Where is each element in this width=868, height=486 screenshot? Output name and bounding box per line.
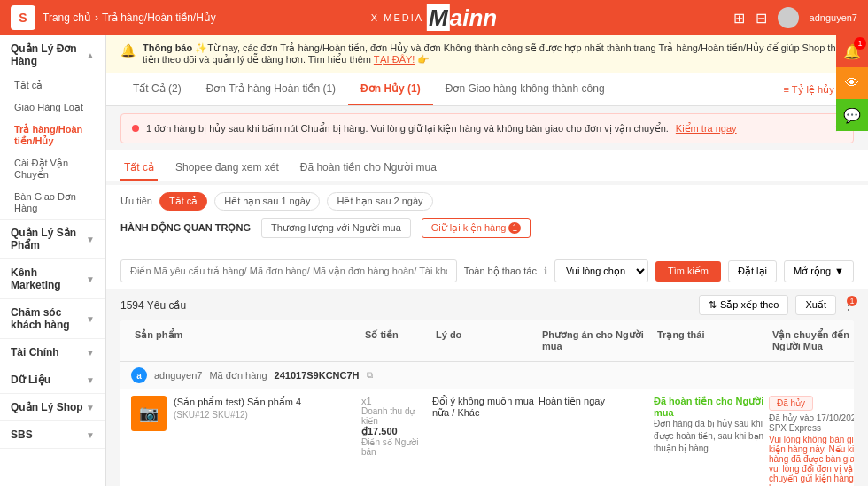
- notification-icon: 🔔: [120, 43, 136, 58]
- book-icon[interactable]: ⊟: [756, 10, 767, 27]
- results-count: 1594 Yêu cầu: [120, 299, 186, 312]
- sidebar-section-shopmanage: Quản Lý Shop ▼: [0, 394, 105, 421]
- sidebar-item-tatca[interactable]: Tất cả: [0, 74, 105, 96]
- results-section: 1594 Yêu cầu ⇅ Sắp xếp theo Xuất ⋮ 1 Sả: [106, 289, 868, 486]
- search-input[interactable]: [120, 259, 457, 282]
- sidebar-header-sbs[interactable]: SBS ▼: [0, 421, 105, 448]
- product-cell-1: 📷 (Sản phẩm test) Sản phẩm 4 (SKU#12 SKU…: [131, 396, 361, 431]
- notification-text: ✨Từ nay, các đơn Trả hàng/Hoàn tiền, đơn…: [143, 42, 853, 65]
- more-options[interactable]: ⋮ 1: [843, 299, 854, 312]
- shipping-buyer-cell-1: Đã hủy Đã hủy vào 17/10/2024 SPX Express…: [769, 396, 854, 486]
- breadcrumb: Trang chủ › Trả hàng/Hoàn tiền/Hủy: [43, 12, 216, 24]
- sidebar-item-bangiao[interactable]: Bàn Giao Đơn Hàng: [0, 186, 105, 219]
- amount-detail-1: Doanh thu dự kiến: [361, 406, 432, 426]
- sidebar-header-shopmanage[interactable]: Quản Lý Shop ▼: [0, 394, 105, 420]
- notification-emoji: 👉: [417, 54, 430, 65]
- camera-icon: 📷: [139, 404, 159, 423]
- expand-button[interactable]: Mở rộng ▼: [784, 260, 854, 282]
- status-badge-1: Đã hoàn tiền cho Người mua: [654, 396, 769, 418]
- main-tabs: Tất Cả (2) Đơn Trả hàng Hoàn tiền (1) Đơ…: [120, 73, 617, 105]
- sidebar-section-products: Quản Lý Sản Phẩm ▼: [0, 220, 105, 259]
- order-id-label: Mã đơn hàng: [209, 370, 267, 382]
- thuong-luong-btn[interactable]: Thương lượng với Người mua: [261, 218, 411, 238]
- search-area: Toàn bộ thao tác ℹ Vui lòng chọn Tìm kiế…: [106, 252, 868, 289]
- tab-khongtc[interactable]: Đơn Giao hàng không thành công: [433, 73, 617, 105]
- more-badge: 1: [847, 296, 857, 306]
- right-bell-icon[interactable]: 🔔 1: [836, 35, 868, 67]
- table-header-row: Sản phẩm Số tiền Lý do Phương án cho Ngư…: [120, 320, 854, 362]
- expand-chevron-icon: ▼: [834, 266, 844, 276]
- priority-btn-tatca[interactable]: Tất cả: [159, 192, 207, 211]
- priority-row: Ưu tiên Tất cả Hết hạn sau 1 ngày Hết hạ…: [120, 192, 854, 211]
- amount-sub-1: Điền số Người bán: [361, 437, 432, 457]
- sidebar-header-cskh[interactable]: Chăm sóc khách hàng ▼: [0, 299, 105, 338]
- solution-cell-1: Hoàn tiền ngay: [539, 396, 654, 407]
- alert-bar: 1 đơn hàng bị hủy sau khi bấm nút Chuẩn …: [120, 113, 854, 143]
- tab-donhuy[interactable]: Đơn Hủy (1): [348, 73, 433, 105]
- shipping-date-1: Đã hủy vào 17/10/2024: [769, 413, 854, 423]
- notification-bar: 🔔 Thông báo ✨Từ nay, các đơn Trả hàng/Ho…: [106, 35, 868, 73]
- reason-cell-1: Đổi ý không muốn mua nữa / Khác: [432, 396, 539, 419]
- alert-text: 1 đơn hàng bị hủy sau khi bấm nút Chuẩn …: [146, 123, 669, 135]
- product-image-1: 📷: [131, 396, 167, 431]
- order-group-1: a adnguyen7 Mã đơn hàng 241017S9KCNC7H ⧉…: [120, 362, 854, 486]
- notification-link[interactable]: TẠI ĐÂY!: [374, 54, 415, 65]
- cancel-status-1[interactable]: Đã hủy: [769, 396, 813, 411]
- giu-lai-btn[interactable]: Giữ lại kiện hàng 1: [422, 218, 531, 238]
- amount-1: ₫17.500: [361, 426, 432, 437]
- brand-name: Mainn: [427, 4, 497, 32]
- order-meta-1: a adnguyen7 Mã đơn hàng 241017S9KCNC7H ⧉: [120, 362, 854, 389]
- sub-tab-xemxet[interactable]: Shopee đang xem xét: [172, 156, 283, 181]
- priority-section: Ưu tiên Tất cả Hết hạn sau 1 ngày Hết hạ…: [106, 185, 868, 252]
- export-button[interactable]: Xuất: [795, 295, 836, 315]
- col-product: Sản phẩm: [131, 328, 361, 354]
- copy-icon-1[interactable]: ⧉: [367, 370, 373, 381]
- col-reason: Lý do: [432, 328, 539, 354]
- tab-tatca[interactable]: Tất Cả (2): [120, 73, 194, 105]
- sidebar-item-trahang[interactable]: Trả hàng/Hoàn tiền/Hủy: [0, 119, 105, 152]
- notification-content: Thông báo ✨Từ nay, các đơn Trả hàng/Hoàn…: [143, 42, 854, 66]
- top-header: S Trang chủ › Trả hàng/Hoàn tiền/Hủy X M…: [0, 0, 868, 35]
- sidebar-item-caidat[interactable]: Cài Đặt Vận Chuyển: [0, 152, 105, 186]
- col-ship-buyer: Vận chuyển đến Người Mua: [769, 328, 854, 354]
- order-user-1: adnguyen7: [154, 370, 202, 381]
- sidebar-header-products[interactable]: Quản Lý Sản Phẩm ▼: [0, 220, 105, 258]
- sub-tab-hoantien[interactable]: Đã hoàn tiền cho Người mua: [297, 156, 440, 181]
- sidebar-section-finance: Tài Chính ▼: [0, 339, 105, 366]
- alert-link[interactable]: Kiểm tra ngay: [676, 123, 737, 135]
- search-button[interactable]: Tìm kiếm: [655, 261, 721, 282]
- chevron-sbs-icon: ▼: [86, 430, 95, 440]
- right-eye-icon[interactable]: 👁: [836, 67, 868, 99]
- alert-dot: [132, 125, 139, 132]
- priority-btn-1day[interactable]: Hết hạn sau 1 ngày: [214, 192, 320, 211]
- sidebar-header-marketing[interactable]: Kênh Marketing ▼: [0, 259, 105, 298]
- sidebar-header-data[interactable]: Dữ Liệu ▼: [0, 366, 105, 393]
- sort-icon: ⇅: [709, 299, 717, 311]
- brand-prefix: X MEDIA: [371, 12, 423, 23]
- grid-icon[interactable]: ⊞: [733, 10, 745, 27]
- status-cell-1: Đã hoàn tiền cho Người mua Đơn hàng đã b…: [654, 396, 769, 455]
- priority-btn-2day[interactable]: Hết hạn sau 2 ngày: [327, 192, 432, 211]
- sidebar-header-orders[interactable]: Quản Lý Đơn Hàng ▲: [0, 35, 105, 74]
- avatar[interactable]: [778, 7, 799, 28]
- sort-button[interactable]: ⇅ Sắp xếp theo: [699, 295, 789, 315]
- brand-logo: X MEDIA Mainn: [371, 4, 497, 32]
- action-dropdown[interactable]: Vui lòng chọn: [554, 259, 648, 282]
- sidebar-section-data: Dữ Liệu ▼: [0, 366, 105, 394]
- breadcrumb-home[interactable]: Trang chủ: [43, 12, 91, 24]
- results-header: 1594 Yêu cầu ⇅ Sắp xếp theo Xuất ⋮ 1: [120, 295, 854, 315]
- results-actions: ⇅ Sắp xếp theo Xuất ⋮ 1: [699, 295, 854, 315]
- tab-trahang[interactable]: Đơn Trả hàng Hoàn tiền (1): [194, 73, 348, 105]
- col-amount: Số tiền: [361, 328, 432, 354]
- sidebar-item-giaohang[interactable]: Giao Hàng Loạt: [0, 96, 105, 119]
- product-sku-1: (SKU#12 SKU#12): [174, 410, 361, 420]
- bell-badge: 1: [854, 37, 866, 50]
- right-sidebar-icons: 🔔 1 👁 💬: [836, 35, 868, 131]
- sub-tab-tatca[interactable]: Tất cả: [120, 156, 158, 181]
- sidebar-section-marketing: Kênh Marketing ▼: [0, 259, 105, 299]
- main-layout: Quản Lý Đơn Hàng ▲ Tất cả Giao Hàng Loạt…: [0, 35, 868, 486]
- reset-button[interactable]: Đặt lại: [728, 260, 777, 282]
- sidebar-header-finance[interactable]: Tài Chính ▼: [0, 339, 105, 366]
- amount-cell-1: x1 Doanh thu dự kiến ₫17.500 Điền số Ngư…: [361, 396, 432, 457]
- right-chat-icon[interactable]: 💬: [836, 99, 868, 131]
